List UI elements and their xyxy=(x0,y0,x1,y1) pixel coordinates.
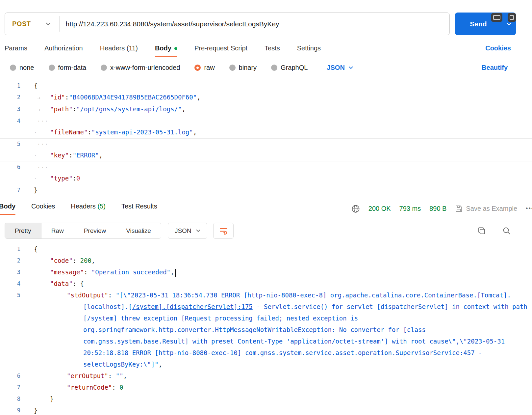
request-language-select[interactable]: JSON xyxy=(327,64,353,71)
code-line: 3→"path":"/opt/gnss/system-api/logs/", xyxy=(0,103,532,115)
tab-authorization[interactable]: Authorization xyxy=(44,44,83,57)
save-as-example-label: Save as Example xyxy=(466,205,517,212)
line-number: 2 xyxy=(0,255,31,266)
layout-panel-icon[interactable] xyxy=(491,13,502,22)
radio-form-data-label: form-data xyxy=(58,64,87,71)
radio-binary[interactable]: binary xyxy=(229,64,257,71)
more-options-icon[interactable]: ••• xyxy=(526,205,532,212)
radio-none-label: none xyxy=(19,64,34,71)
request-language-label: JSON xyxy=(327,64,344,71)
code-line: 3"message": "Operation succeeded", xyxy=(0,266,532,278)
line-number: 5 xyxy=(0,138,31,161)
copy-icon[interactable] xyxy=(477,227,486,235)
tab-tests[interactable]: Tests xyxy=(265,44,280,57)
code-line: 6····"type":0 xyxy=(0,161,532,184)
response-tab-body[interactable]: Body xyxy=(0,203,15,215)
code-line: 5····"key":"ERROR", xyxy=(0,138,532,161)
radio-x-www-form-urlencoded[interactable]: x-www-form-urlencoded xyxy=(101,64,180,71)
line-number: 4 xyxy=(0,278,31,290)
request-url-bar: POST http://124.223.60.234:8080/system/a… xyxy=(5,13,516,35)
response-tabs: Body Cookies Headers (5) Test Results xyxy=(0,203,157,215)
line-number: 6 xyxy=(0,370,31,382)
response-header: Body Cookies Headers (5) Test Results 20… xyxy=(0,203,532,215)
api-client-window: POST http://124.223.60.234:8080/system/a… xyxy=(0,13,532,415)
window-toolbar xyxy=(491,13,516,22)
radio-icon xyxy=(10,65,16,71)
line-number: 8 xyxy=(0,393,31,405)
request-body-editor[interactable]: 1{2→"id":"B4006BDA34E941789B5EBAC2665D0F… xyxy=(0,80,532,196)
tab-pre-request-script[interactable]: Pre-request Script xyxy=(194,44,247,57)
view-pretty-button[interactable]: Pretty xyxy=(5,223,41,238)
radio-selected-icon xyxy=(194,65,201,71)
line-number: 1 xyxy=(0,80,31,92)
view-raw-button[interactable]: Raw xyxy=(41,223,74,238)
response-tab-cookies[interactable]: Cookies xyxy=(31,203,55,215)
beautify-link[interactable]: Beautify xyxy=(482,64,508,71)
tab-headers[interactable]: Headers (11) xyxy=(100,44,138,57)
radio-none[interactable]: none xyxy=(10,64,34,71)
radio-urlencoded-label: x-www-form-urlencoded xyxy=(110,64,180,71)
code-line: 5"stdOutput": "[\"2023-05-31 18:36:54.73… xyxy=(0,290,532,370)
status-code: 200 OK xyxy=(368,205,391,212)
radio-form-data[interactable]: form-data xyxy=(49,64,87,71)
wrap-lines-icon xyxy=(218,227,228,235)
radio-icon xyxy=(229,65,236,71)
response-language-select[interactable]: JSON xyxy=(168,223,207,239)
line-number: 6 xyxy=(0,161,31,184)
cookies-link[interactable]: Cookies xyxy=(485,44,511,57)
response-status: 200 OK 793 ms 890 B Save as Example ••• xyxy=(351,205,532,213)
response-toolbar-icons xyxy=(477,227,511,235)
response-tab-test-results[interactable]: Test Results xyxy=(121,203,157,215)
body-modified-dot-icon xyxy=(174,47,177,50)
line-number: 9 xyxy=(0,405,31,415)
sidebar-panel-icon[interactable] xyxy=(508,13,516,22)
code-line: 8} xyxy=(0,393,532,405)
tab-params[interactable]: Params xyxy=(5,44,27,57)
code-line: 2"code": 200, xyxy=(0,255,532,266)
wrap-lines-button[interactable] xyxy=(213,223,234,239)
code-line: 1{ xyxy=(0,80,532,92)
url-box: POST http://124.223.60.234:8080/system/a… xyxy=(5,13,450,35)
line-number: 5 xyxy=(0,290,31,370)
url-input[interactable]: http://124.223.60.234:8080/system/asset/… xyxy=(60,20,449,28)
code-line: 4····"fileName":"system-api-2023-05-31.l… xyxy=(0,115,532,138)
response-toolbar: Pretty Raw Preview Visualize JSON xyxy=(5,223,511,239)
radio-graphql[interactable]: GraphQL xyxy=(271,64,308,71)
response-view-switcher: Pretty Raw Preview Visualize xyxy=(5,223,161,239)
save-as-example-button[interactable]: Save as Example xyxy=(455,205,517,212)
line-number: 3 xyxy=(0,266,31,278)
method-select[interactable]: POST xyxy=(5,20,59,28)
code-line: 7"returnCode": 0 xyxy=(0,382,532,393)
radio-raw[interactable]: raw xyxy=(194,64,215,71)
headers-count-badge: (5) xyxy=(97,203,105,210)
response-tab-headers[interactable]: Headers (5) xyxy=(71,203,106,215)
radio-binary-label: binary xyxy=(239,64,257,71)
save-icon xyxy=(455,205,463,212)
tab-settings[interactable]: Settings xyxy=(297,44,321,57)
chevron-down-icon xyxy=(196,229,200,232)
code-line: 1{ xyxy=(0,243,532,255)
status-time: 793 ms xyxy=(399,205,421,212)
search-icon[interactable] xyxy=(502,227,511,235)
response-body-editor[interactable]: 1{2"code": 200,3"message": "Operation su… xyxy=(0,243,532,415)
code-line: 7} xyxy=(0,184,532,196)
network-globe-icon[interactable] xyxy=(351,205,360,213)
line-number: 3 xyxy=(0,103,31,115)
chevron-down-icon xyxy=(46,22,51,26)
code-line: 6"errOutput": "", xyxy=(0,370,532,382)
view-preview-button[interactable]: Preview xyxy=(74,223,116,238)
line-number: 4 xyxy=(0,115,31,138)
tab-body[interactable]: Body xyxy=(155,44,177,57)
line-number: 2 xyxy=(0,92,31,103)
send-options-chevron-icon[interactable] xyxy=(502,22,516,25)
view-visualize-button[interactable]: Visualize xyxy=(116,223,161,238)
radio-icon xyxy=(101,65,107,71)
radio-icon xyxy=(49,65,55,71)
code-line: 2→"id":"B4006BDA34E941789B5EBAC2665D0F60… xyxy=(0,92,532,103)
radio-icon xyxy=(271,65,277,71)
method-label: POST xyxy=(12,20,31,28)
status-size: 890 B xyxy=(429,205,446,212)
code-line: 4"data": { xyxy=(0,278,532,290)
chevron-down-icon xyxy=(349,66,353,69)
line-number: 7 xyxy=(0,184,31,196)
